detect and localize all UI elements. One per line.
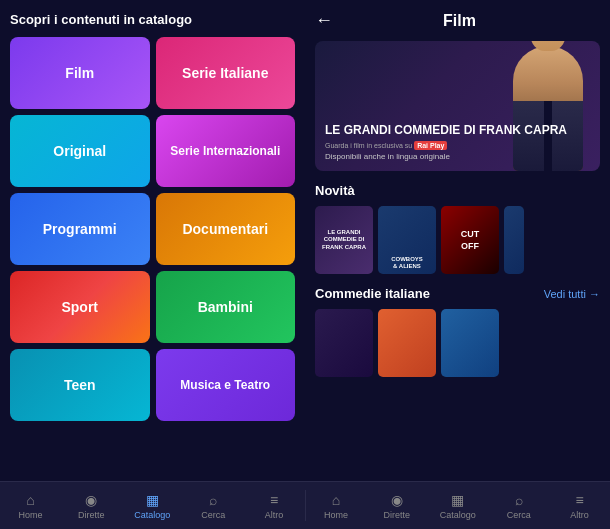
movie-thumb-partial xyxy=(504,206,524,274)
left-panel-title: Scopri i contenuti in catalogo xyxy=(10,12,295,27)
left-panel: Scopri i contenuti in catalogo Film Seri… xyxy=(0,0,305,481)
nav-catalogo-right[interactable]: ▦ Catalogo xyxy=(427,482,488,529)
nav-catalogo-label-right: Catalogo xyxy=(440,510,476,520)
movie-thumb-comedy3[interactable] xyxy=(441,309,499,377)
catalogo-icon: ▦ xyxy=(146,492,159,508)
dirette-icon: ◉ xyxy=(85,492,97,508)
movie-thumb-cut-off[interactable]: CUT OFF xyxy=(441,206,499,274)
movie-thumb-cowboys-aliens[interactable]: COWBOYS& ALIENS xyxy=(378,206,436,274)
right-panel: ← Film LE GRANDI COMMEDIE DI FRANK CAPRA… xyxy=(305,0,610,481)
bottom-nav: ⌂ Home ◉ Dirette ▦ Catalogo ⌕ Cerca ≡ Al… xyxy=(0,481,610,529)
frank-capra-label: LE GRANDICOMMEDIE DIFRANK CAPRA xyxy=(322,229,366,251)
nav-cerca-label-left: Cerca xyxy=(201,510,225,520)
nav-altro-label-left: Altro xyxy=(265,510,284,520)
nav-catalogo-label: Catalogo xyxy=(134,510,170,520)
tile-documentari[interactable]: Documentari xyxy=(156,193,296,265)
home-icon: ⌂ xyxy=(26,492,34,508)
rai-play-badge: Rai Play xyxy=(414,141,447,150)
nav-home-label-right: Home xyxy=(324,510,348,520)
altro-icon-right: ≡ xyxy=(575,492,583,508)
movie-thumb-comedy2[interactable] xyxy=(378,309,436,377)
hero-title: LE GRANDI COMMEDIE DI FRANK CAPRA xyxy=(325,123,590,137)
nav-home-label: Home xyxy=(18,510,42,520)
vedi-tutti-button[interactable]: Vedi tutti → xyxy=(544,288,600,300)
nav-home[interactable]: ⌂ Home xyxy=(0,482,61,529)
hero-content: LE GRANDI COMMEDIE DI FRANK CAPRA Guarda… xyxy=(325,123,590,161)
nav-altro-label-right: Altro xyxy=(570,510,589,520)
nav-dirette-right[interactable]: ◉ Dirette xyxy=(366,482,427,529)
tile-musica-teatro[interactable]: Musica e Teatro xyxy=(156,349,296,421)
commedie-row xyxy=(315,309,600,377)
altro-icon-left: ≡ xyxy=(270,492,278,508)
nav-altro-left[interactable]: ≡ Altro xyxy=(244,482,305,529)
nav-catalogo-left[interactable]: ▦ Catalogo xyxy=(122,482,183,529)
category-grid: Film Serie Italiane Original Serie Inter… xyxy=(10,37,295,421)
catalogo-icon-right: ▦ xyxy=(451,492,464,508)
novita-row: LE GRANDICOMMEDIE DIFRANK CAPRA COWBOYS&… xyxy=(315,206,600,274)
tile-programmi[interactable]: Programmi xyxy=(10,193,150,265)
nav-dirette-label: Dirette xyxy=(78,510,105,520)
nav-dirette-label-right: Dirette xyxy=(384,510,411,520)
tile-film[interactable]: Film xyxy=(10,37,150,109)
hero-logo: Guarda i film in esclusiva su Rai Play xyxy=(325,141,590,150)
movie-thumb-comedy1[interactable] xyxy=(315,309,373,377)
tile-serie-italiane[interactable]: Serie Italiane xyxy=(156,37,296,109)
back-button[interactable]: ← xyxy=(315,10,333,31)
novita-section-title: Novità xyxy=(315,183,600,198)
commedie-section-header: Commedie italiane Vedi tutti → xyxy=(315,286,600,301)
nav-dirette[interactable]: ◉ Dirette xyxy=(61,482,122,529)
nav-altro-right[interactable]: ≡ Altro xyxy=(549,482,610,529)
cerca-icon-left: ⌕ xyxy=(209,492,217,508)
cut-off-label: CUT xyxy=(461,229,480,239)
cut-off-label2: OFF xyxy=(461,241,479,251)
tile-teen[interactable]: Teen xyxy=(10,349,150,421)
right-header: ← Film xyxy=(315,10,600,31)
tile-original[interactable]: Original xyxy=(10,115,150,187)
movie-thumb-frank-capra[interactable]: LE GRANDICOMMEDIE DIFRANK CAPRA xyxy=(315,206,373,274)
dirette-icon-right: ◉ xyxy=(391,492,403,508)
nav-cerca-left[interactable]: ⌕ Cerca xyxy=(183,482,244,529)
cerca-icon-right: ⌕ xyxy=(515,492,523,508)
tile-serie-internazionali[interactable]: Serie Internazionali xyxy=(156,115,296,187)
home-icon-right: ⌂ xyxy=(332,492,340,508)
right-nav: ⌂ Home ◉ Dirette ▦ Catalogo ⌕ Cerca ≡ Al… xyxy=(306,482,611,529)
commedie-section-title: Commedie italiane xyxy=(315,286,430,301)
nav-cerca-right[interactable]: ⌕ Cerca xyxy=(488,482,549,529)
nav-cerca-label-right: Cerca xyxy=(507,510,531,520)
nav-home-right[interactable]: ⌂ Home xyxy=(306,482,367,529)
left-nav: ⌂ Home ◉ Dirette ▦ Catalogo ⌕ Cerca ≡ Al… xyxy=(0,482,305,529)
hero-banner[interactable]: LE GRANDI COMMEDIE DI FRANK CAPRA Guarda… xyxy=(315,41,600,171)
hero-subtitle: Disponibili anche in lingua originale xyxy=(325,152,590,161)
cowboys-aliens-label: COWBOYS& ALIENS xyxy=(391,256,423,270)
tile-sport[interactable]: Sport xyxy=(10,271,150,343)
tile-bambini[interactable]: Bambini xyxy=(156,271,296,343)
right-panel-title: Film xyxy=(343,12,576,30)
